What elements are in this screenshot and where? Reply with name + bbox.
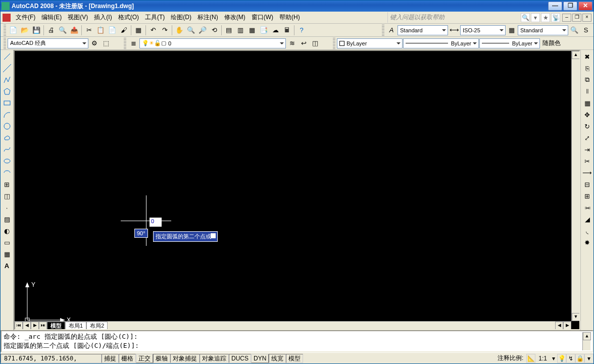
layer-previous-button[interactable]: ↩ [298,38,309,49]
properties-button[interactable]: ▤ [223,25,234,36]
my-workspace-button[interactable]: ⬚ [101,38,112,49]
tab-model[interactable]: 模型 [47,322,65,330]
new-button[interactable]: 📄 [8,25,19,36]
hatch-button[interactable]: ▨ [2,214,13,225]
star-icon[interactable]: ★ [541,13,550,22]
mdi-minimize-button[interactable]: – [562,14,571,22]
gradient-button[interactable]: ◐ [2,225,13,236]
block-editor-button[interactable]: ▦ [133,25,144,36]
layer-dropdown[interactable]: 💡 ☀ 🔓 ▢ 0 [139,38,286,48]
tab-prev-button[interactable]: ◀ [23,322,31,330]
toolbar-grip[interactable] [124,38,126,49]
break-at-button[interactable]: ⊟ [582,179,593,190]
menu-tools[interactable]: 工具(T) [142,12,168,23]
anno-scale-icon[interactable]: 📐 [526,354,535,363]
arc-button[interactable] [2,109,13,120]
menu-help[interactable]: 帮助(H) [276,12,303,23]
menu-modify[interactable]: 修改(M) [221,12,249,23]
tab-next-button[interactable]: ▶ [31,322,39,330]
match-prop-button[interactable]: 🖌 [118,25,129,36]
scroll-right-button[interactable]: ▶ [563,322,571,330]
menu-insert[interactable]: 插入(I) [91,12,115,23]
break-button[interactable]: ⊞ [582,190,593,201]
layer-states-button[interactable]: ≋ [286,38,298,49]
menu-draw[interactable]: 绘图(D) [168,12,194,23]
menu-dimension[interactable]: 标注(N) [194,12,221,23]
text-style-dropdown[interactable]: Standard [398,25,448,35]
scroll-down-button[interactable]: ▼ [572,313,579,321]
zoom-realtime-button[interactable]: 🔍 [185,25,196,36]
statusbar-menu-icon[interactable]: ▾ [584,354,593,363]
polar-toggle[interactable]: 极轴 [153,354,170,363]
toolbar-grip[interactable] [4,38,6,49]
zoom-previous-button[interactable]: ⟲ [209,25,220,36]
lock-icon[interactable]: 🔒 [575,354,584,363]
mdi-close-button[interactable]: × [582,14,591,22]
lineweight-dropdown[interactable]: ByLayer [479,38,540,48]
menu-file[interactable]: 文件(F) [13,12,38,23]
help-search-input[interactable]: 键入问题以获取帮助 [387,12,519,23]
revcloud-button[interactable] [2,132,13,143]
tab-layout1[interactable]: 布局1 [65,322,86,330]
spline-button[interactable] [2,144,13,155]
array-button[interactable]: ▦ [582,97,593,109]
anno-autoscale-icon[interactable]: ↯ [566,354,575,363]
menu-window[interactable]: 窗口(W) [249,12,276,23]
comm-center-icon[interactable]: 📡 [551,13,560,22]
snap-toggle[interactable]: 捕捉 [102,354,119,363]
overflow-icon[interactable]: S [580,25,591,36]
menu-edit[interactable]: 编辑(E) [38,12,65,23]
tab-first-button[interactable]: ⏮ [15,322,23,330]
fillet-button[interactable]: ◟ [582,225,593,236]
close-button[interactable]: ✕ [578,2,592,11]
chevron-down-icon[interactable]: ▾ [550,355,557,362]
offset-button[interactable]: ⫴ [582,86,593,97]
erase-button[interactable]: ✖ [582,51,593,62]
stretch-button[interactable]: ⇥ [582,144,593,155]
region-button[interactable]: ▭ [2,237,13,248]
trim-button[interactable]: ✂ [582,155,593,167]
move-button[interactable]: ✥ [582,109,593,120]
scroll-left-button[interactable]: ◀ [555,322,563,330]
menu-view[interactable]: 视图(V) [65,12,91,23]
ellipse-button[interactable] [2,155,13,167]
model-toggle[interactable]: 模型 [286,354,303,363]
drawing-canvas[interactable]: 90° 0 指定圆弧的第二个点或 Y X ▲ [15,51,579,329]
minimize-button[interactable]: — [548,2,562,11]
vertical-scrollbar[interactable]: ▲ ▼ [571,51,579,321]
otrack-toggle[interactable]: 对象追踪 [200,354,229,363]
anno-visibility-icon[interactable]: 💡 [557,354,566,363]
menu-format[interactable]: 格式(O) [115,12,142,23]
coord-readout[interactable]: 871.6745, 1075.1650, 0.0000 [1,354,102,363]
mirror-button[interactable]: ⧉ [582,74,593,85]
pan-button[interactable]: ✋ [174,25,185,36]
save-button[interactable]: 💾 [31,25,42,36]
ducs-toggle[interactable]: DUCS [229,354,251,363]
workspace-dropdown[interactable]: AutoCAD 经典 [8,38,88,48]
insert-block-button[interactable]: ⊞ [2,179,13,190]
tab-last-button[interactable]: ⏭ [39,322,47,330]
extend-button[interactable]: ⟶ [582,167,593,178]
copy-obj-button[interactable]: ⎘ [582,63,593,74]
designcenter-button[interactable]: ▥ [235,25,246,36]
lwt-toggle[interactable]: 线宽 [269,354,286,363]
line-button[interactable] [2,51,13,62]
copy-button[interactable]: 📋 [95,25,106,36]
publish-button[interactable]: 📤 [69,25,80,36]
scale-button[interactable]: ⤢ [582,132,593,143]
dim-style-dropdown[interactable]: ISO-25 [460,25,506,35]
color-dropdown[interactable]: ByLayer [337,38,403,48]
markup-button[interactable]: ☁ [270,25,281,36]
sheetset-button[interactable]: 📑 [258,25,269,36]
mtext-button[interactable]: A [2,260,13,271]
anno-scale-value[interactable]: 1:1 [535,355,550,362]
grid-toggle[interactable]: 栅格 [119,354,136,363]
point-button[interactable]: · [2,202,13,213]
dropdown-icon[interactable]: ▾ [531,13,540,22]
zoom-window-button[interactable]: 🔎 [197,25,208,36]
polyline-button[interactable] [2,74,13,85]
maximize-button[interactable]: ❐ [563,2,577,11]
explode-button[interactable]: ✸ [582,237,593,248]
layer-prop-manager-button[interactable]: ≣ [128,38,139,49]
dyn-input[interactable]: 0 [150,218,162,227]
